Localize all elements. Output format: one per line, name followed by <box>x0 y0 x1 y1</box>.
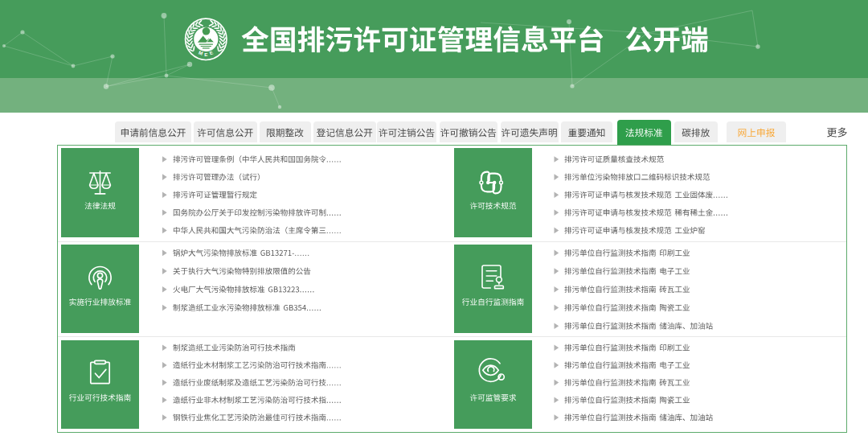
svg-text:E: E <box>209 49 214 56</box>
svg-text:E: E <box>204 51 207 57</box>
svg-text:M: M <box>198 49 203 56</box>
